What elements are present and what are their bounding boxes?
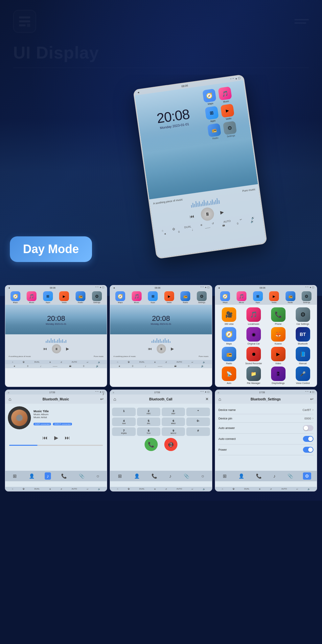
power-toggle[interactable] <box>303 447 313 453</box>
app-360view[interactable]: 🎥 360 view <box>218 307 241 325</box>
nav-item-maps-1[interactable]: 🧭 Maps <box>9 291 22 303</box>
bt-prev-icon[interactable]: ⏮ <box>42 435 48 441</box>
dial-1[interactable]: 1 <box>112 408 135 416</box>
app-radio[interactable]: 📻 Radio <box>218 347 241 365</box>
screen-music-bar-1: ⏮ ⏸ ▶ A soothing piece of music Pure mus… <box>5 334 107 360</box>
dial-0[interactable]: 0- <box>186 417 210 426</box>
call-answer-btn[interactable]: 📞 <box>145 438 158 451</box>
dial-star[interactable]: * <box>186 408 210 416</box>
nav-item-settings-3[interactable]: ⚙ Settings <box>300 291 313 303</box>
app-voicecontrol[interactable]: 🎤 Voice Control <box>291 367 314 384</box>
app-manual[interactable]: 📘 Manual <box>291 347 314 365</box>
bt-setting-device-pin[interactable]: Device pin 0000 › <box>218 414 313 423</box>
screen-prev-2[interactable]: ⏮ <box>148 346 152 351</box>
bt-call-tab-clip[interactable]: 📎 <box>182 472 191 480</box>
nav-apps[interactable]: ⊞ Apps <box>204 106 220 123</box>
dial-9[interactable]: 9WXYZ <box>162 427 185 436</box>
app-filemanager[interactable]: 📁 File Manager <box>242 367 265 384</box>
dial-8[interactable]: 8TUV <box>137 427 160 436</box>
app-carsettings[interactable]: ⚙ Car Settings <box>291 307 314 325</box>
screen-next-1[interactable]: ▶ <box>66 346 69 351</box>
bt-settings-tab-person[interactable]: 👤 <box>237 472 246 480</box>
dial-3[interactable]: 3DEF <box>162 408 185 416</box>
screen-next-2[interactable]: ▶ <box>171 346 174 351</box>
call-end-btn[interactable]: 📵 <box>164 438 177 451</box>
app-dispsettings[interactable]: 🎛 DispSettings <box>267 367 289 384</box>
dial-5[interactable]: 5JKL <box>137 417 160 426</box>
bt-music-home-icon[interactable]: ⌂ <box>9 396 11 402</box>
app-localmusic[interactable]: 🎵 Localmusic <box>242 307 265 325</box>
prev-btn[interactable]: ⏮ <box>189 213 195 219</box>
nav-item-apps-2[interactable]: ⊞ Apps <box>146 291 159 303</box>
app-kuwoo[interactable]: 🦊 Kuwoo <box>267 327 289 345</box>
app-video[interactable]: ▶ Video <box>267 347 289 365</box>
bt-tab-grid[interactable]: ⊞ <box>11 472 19 480</box>
bt-tab-phone[interactable]: 📞 <box>59 472 69 480</box>
screen-card-music-2: ◄ 08:06 ⌃⌃ ✦ ☐ 🧭 Maps 🎵 Music ⊞ A <box>110 285 212 387</box>
nav-item-music-1[interactable]: 🎵 Music <box>25 291 38 303</box>
app-originalcar[interactable]: ◉ Original Car <box>242 327 265 345</box>
screen-card-bt-settings: ⌂ 17:53 ⌃⌃ ✦ ☐ ⌂ Bluetooth_Settings ↩ De… <box>215 390 317 491</box>
bt-tab-person[interactable]: 👤 <box>27 472 36 480</box>
app-maps[interactable]: 🧭 Maps <box>218 327 241 345</box>
app-phone[interactable]: 📞 Phone <box>267 307 289 325</box>
nav-item-maps-2[interactable]: 🧭 Maps <box>114 291 127 303</box>
app-avin[interactable]: 📡 Avin <box>218 367 241 384</box>
bt-music-player: Music Title Music Album Music Artist A2D… <box>5 404 107 432</box>
bt-tab-circle[interactable]: ○ <box>94 472 101 480</box>
screen-pause-1[interactable]: ⏸ <box>52 344 61 353</box>
dial-7[interactable]: 7PQRS <box>112 427 135 436</box>
bt-call-tab-phone[interactable]: 📞 <box>150 472 159 480</box>
nav-item-radio-3[interactable]: 📻 Radio <box>284 291 297 303</box>
nav-video[interactable]: ▶ Vedio <box>220 104 236 121</box>
screen-prev-1[interactable]: ⏮ <box>43 346 47 351</box>
nav-music[interactable]: 🎵 Music <box>217 86 233 104</box>
bt-call-tab-grid[interactable]: ⊞ <box>116 472 124 480</box>
nav-item-settings-2[interactable]: ⚙ Settings <box>195 291 208 303</box>
bt-settings-tab-music[interactable]: ♪ <box>271 472 278 480</box>
bt-play-icon[interactable]: ▶ <box>54 435 58 441</box>
bt-tab-clip[interactable]: 📎 <box>77 472 86 480</box>
nav-item-radio-1[interactable]: 📻 Radio <box>74 291 87 303</box>
bt-settings-tab-grid[interactable]: ⊞ <box>221 472 229 480</box>
app-bt[interactable]: BT Bluetooth <box>291 327 314 345</box>
nav-item-maps-3[interactable]: 🧭 Maps <box>218 291 232 303</box>
nav-item-settings-1[interactable]: ⚙ Settings <box>90 291 104 303</box>
bt-setting-device-pin-label: Device pin <box>218 417 232 420</box>
bt-setting-device-name[interactable]: Device name CarBT › <box>218 406 313 414</box>
bt-call-tab-circle[interactable]: ○ <box>199 472 206 480</box>
bt-music-close-icon[interactable]: ↩ <box>100 397 104 401</box>
bt-call-tab-person[interactable]: 👤 <box>132 472 142 480</box>
auto-connect-toggle[interactable] <box>303 436 313 442</box>
nav-item-apps-3[interactable]: ⊞ Apps <box>251 291 264 303</box>
screen-track-right-1: Pure music <box>93 355 104 358</box>
bt-settings-home-icon[interactable]: ⌂ <box>218 396 221 402</box>
nav-item-music-2[interactable]: 🎵 Music <box>130 291 143 303</box>
screen-pause-2[interactable]: ⏸ <box>157 344 166 353</box>
app-soundrecorder[interactable]: ⏺ Sound Recorder <box>242 347 265 365</box>
bt-settings-tab-phone[interactable]: 📞 <box>254 472 264 480</box>
dial-4[interactable]: 4GHI <box>112 417 135 426</box>
nav-item-video-3[interactable]: ▶ Vedio <box>267 291 281 303</box>
bt-call-home-icon[interactable]: ⌂ <box>113 396 116 402</box>
bt-call-tab-music[interactable]: ♪ <box>167 472 173 480</box>
bt-call-close-icon[interactable]: ✕ <box>205 397 209 401</box>
dial-hash[interactable]: # <box>186 427 210 436</box>
bt-next-icon[interactable]: ⏭ <box>65 435 70 441</box>
nav-item-music-3[interactable]: 🎵 Music <box>235 291 248 303</box>
bt-tab-music-active[interactable]: ♪ <box>45 472 51 480</box>
dial-2[interactable]: 2ABC <box>137 408 160 416</box>
auto-answer-toggle[interactable] <box>303 425 313 431</box>
dial-6[interactable]: 6MNO <box>162 417 185 426</box>
nav-item-video-2[interactable]: ▶ Vedio <box>163 291 176 303</box>
nav-maps[interactable]: 🧭 Maps <box>202 88 218 106</box>
nav-item-apps-1[interactable]: ⊞ Apps <box>41 291 55 303</box>
bt-settings-back-icon[interactable]: ↩ <box>310 397 313 401</box>
pause-btn[interactable]: ⏸ <box>200 207 215 222</box>
nav-item-radio-2[interactable]: 📻 Radio <box>179 291 192 303</box>
next-btn[interactable]: ▶ <box>220 209 224 215</box>
nav-item-video-1[interactable]: ▶ Vedio <box>58 291 71 303</box>
bt-setting-power: Power <box>218 444 313 455</box>
bt-settings-tab-clip[interactable]: 📎 <box>286 472 295 480</box>
bt-settings-tab-settings-active[interactable]: ⚙ <box>303 472 311 480</box>
